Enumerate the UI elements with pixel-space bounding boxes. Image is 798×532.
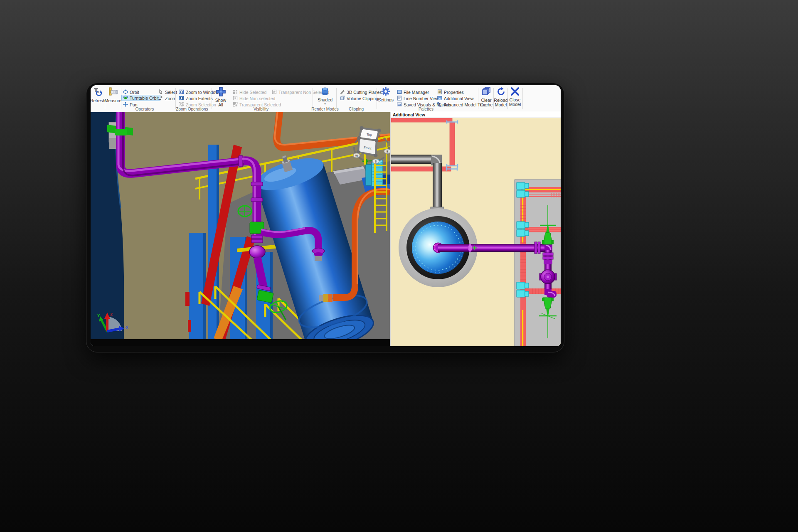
zoom-extents-button[interactable]: Zoom Extents: [179, 95, 213, 101]
additional-view-icon: [437, 96, 442, 101]
viewcube-top-label[interactable]: Top: [366, 133, 372, 137]
hide-non-selected-label: Hide Non-selected: [239, 96, 275, 101]
clipping-group-label: Clipping: [339, 107, 374, 112]
main-3d-viewport[interactable]: Top Front W E S: [91, 112, 390, 346]
additional-view-button[interactable]: Additional View: [437, 95, 474, 101]
axis-x-label: X: [126, 325, 128, 330]
operators-group-label: Operators: [118, 107, 171, 112]
ribbon-separator: [507, 88, 508, 109]
hide-selected-label: Hide Selected: [239, 90, 266, 95]
shaded-cylinder-icon: [320, 87, 330, 97]
transparent-non-selected-icon: [272, 89, 277, 95]
refresh-icon: [93, 87, 103, 98]
clear-cache-icon: [481, 87, 491, 97]
workspace: Top Front W E S: [91, 112, 561, 346]
turntable-orbit-label: Turntable Orbit: [130, 96, 159, 101]
axis-y-label: Y: [97, 313, 100, 318]
properties-button[interactable]: Properties: [437, 89, 464, 95]
ribbon-separator: [175, 88, 176, 109]
transparent-selected-label: Transparent Selected: [239, 102, 281, 107]
zoom-button[interactable]: Zoom: [158, 95, 176, 101]
properties-icon: [437, 89, 442, 95]
vessel-nozzle-gray: [315, 256, 322, 261]
refresh-button[interactable]: Refresh: [91, 87, 104, 103]
shaded-button[interactable]: Shaded ▾: [317, 87, 333, 105]
line-number-view-button[interactable]: Line Number View: [397, 95, 439, 101]
zoom-to-window-icon: [179, 89, 184, 95]
settings-button[interactable]: Settings: [378, 87, 393, 102]
shaded-dropdown-caret: ▾: [324, 102, 326, 105]
line-number-view-icon: [397, 96, 402, 101]
additional-view-canvas[interactable]: [391, 118, 561, 346]
clear-cache-label-line2: Cache: [480, 103, 493, 107]
select-cursor-icon: [158, 89, 163, 95]
ribbon-separator: [336, 88, 337, 109]
support-bracket-lower: [109, 138, 116, 149]
close-model-button[interactable]: Close Model: [508, 87, 522, 107]
gear-icon: [381, 87, 390, 97]
zoom-to-window-button[interactable]: Zoom to Window: [179, 89, 219, 95]
desktop-background: Refresh Measure Orbit: [0, 0, 798, 532]
refresh-label: Refresh: [91, 99, 105, 103]
viewcube-west-label[interactable]: W: [355, 154, 358, 157]
additional-view-panel: Additional View: [391, 112, 561, 346]
orbit-button[interactable]: Orbit: [123, 89, 139, 95]
palettes-group-label: Palettes: [405, 107, 447, 112]
settings-label: Settings: [378, 98, 394, 102]
line-number-view-label: Line Number View: [404, 96, 439, 101]
reload-icon: [496, 87, 506, 97]
ribbon-separator: [377, 88, 377, 109]
visibility-group-label: Visibility: [236, 107, 286, 112]
close-model-label-line2: Model: [509, 102, 521, 107]
viewcube-south-label[interactable]: S: [375, 160, 377, 163]
clear-cache-button[interactable]: Clear Cache: [480, 87, 493, 107]
zoom-plus-minus-icon: [158, 96, 163, 101]
hide-selected-button[interactable]: Hide Selected: [233, 89, 266, 95]
turntable-orbit-icon: [123, 95, 128, 101]
viewcube-east-label[interactable]: E: [387, 150, 389, 153]
clamp-band: [115, 129, 127, 135]
ribbon-separator: [313, 88, 313, 109]
zoom-extents-label: Zoom Extents: [186, 96, 213, 101]
hide-selected-icon: [233, 89, 238, 95]
zoom-extents-icon: [179, 96, 184, 101]
measure-icon: [108, 87, 118, 98]
ribbon-separator: [522, 88, 523, 109]
file-manager-button[interactable]: File Manager: [397, 89, 429, 95]
viewport-bottom-strip: [91, 339, 390, 346]
ribbon-separator: [478, 88, 478, 109]
zoom-operations-group-label: Zoom Operations: [173, 107, 211, 112]
file-manager-label: File Manager: [404, 90, 429, 95]
zoom-label: Zoom: [165, 96, 176, 101]
orbit-icon: [123, 89, 128, 95]
ribbon-separator: [212, 88, 212, 109]
properties-label: Properties: [444, 90, 464, 95]
saved-visuals-icon: [397, 102, 402, 108]
show-all-button[interactable]: Show All: [214, 87, 228, 107]
orbit-label: Orbit: [130, 90, 139, 95]
select-button[interactable]: Select: [158, 89, 177, 95]
show-all-icon: [216, 87, 226, 97]
show-all-label-line2: All: [218, 103, 223, 107]
green-handwheel-upper: [238, 206, 251, 217]
additional-view-title: Additional View: [393, 112, 425, 117]
volume-clipping-button[interactable]: Volume Clipping ▾: [340, 95, 381, 101]
hide-non-selected-button[interactable]: Hide Non-selected: [233, 95, 275, 101]
app-window-content: Refresh Measure Orbit: [91, 85, 561, 346]
measure-button[interactable]: Measure: [106, 87, 120, 103]
turntable-orbit-button[interactable]: Turntable Orbit: [121, 95, 160, 101]
reload-model-label-line2: Model: [495, 103, 507, 107]
cutting-planes-icon: [340, 89, 345, 95]
additional-view-header[interactable]: Additional View: [391, 112, 561, 118]
volume-clipping-icon: [340, 96, 345, 101]
reload-model-button[interactable]: Reload Model: [494, 87, 507, 107]
pan-label: Pan: [130, 102, 138, 107]
measure-label: Measure: [105, 99, 122, 103]
axis-z-label: Z: [110, 312, 113, 316]
close-x-icon: [510, 87, 520, 97]
additional-view-label: Additional View: [444, 96, 474, 101]
shaded-label: Shaded: [318, 98, 332, 102]
app-window: Refresh Measure Orbit: [86, 83, 564, 352]
ribbon-toolbar: Refresh Measure Orbit: [91, 85, 561, 112]
render-modes-group-label: Render Modes: [308, 107, 342, 112]
